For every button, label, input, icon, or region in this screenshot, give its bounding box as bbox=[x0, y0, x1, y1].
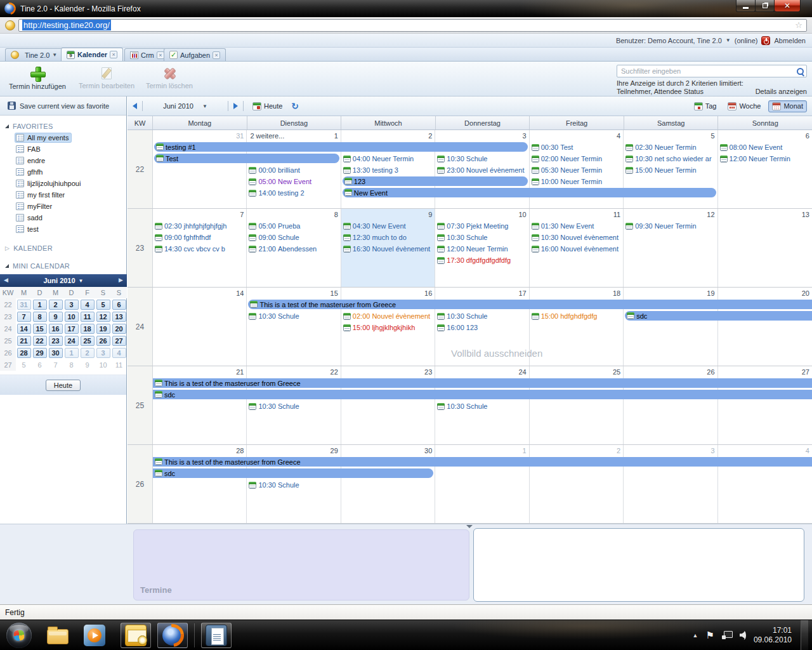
mini-day-cell[interactable]: 7 bbox=[16, 310, 32, 322]
all-day-event-bar[interactable]: This is a test of the masteruser from Gr… bbox=[248, 300, 812, 309]
tab-close-icon[interactable]: × bbox=[110, 51, 117, 58]
event[interactable]: 07:30Pjekt Meeting bbox=[437, 221, 528, 231]
tab-crm[interactable]: Crm × bbox=[124, 48, 170, 61]
mini-day-cell[interactable]: 5 bbox=[16, 359, 32, 371]
volume-control[interactable] bbox=[740, 631, 746, 640]
day-cell[interactable]: 608:00New Event12:00Neuer Termin bbox=[718, 130, 812, 208]
mini-day-cell[interactable]: 9 bbox=[79, 359, 95, 371]
favorite-item[interactable]: endre bbox=[0, 155, 126, 166]
all-day-event-bar[interactable]: Test bbox=[154, 154, 339, 163]
all-day-event-bar[interactable]: sdc bbox=[153, 390, 812, 399]
mini-day-cell[interactable]: 4 bbox=[111, 347, 127, 359]
mini-day-cell[interactable]: 7 bbox=[48, 359, 63, 371]
tab-close-icon[interactable]: × bbox=[213, 51, 220, 59]
event[interactable]: 10:00Neuer Termin bbox=[532, 176, 623, 187]
start-button[interactable] bbox=[6, 623, 32, 648]
window-titlebar[interactable]: Tine 2.0 - Kalender - Mozilla Firefox ✕ bbox=[0, 0, 812, 17]
tab-tine[interactable]: Tine 2.0 ▼ bbox=[5, 48, 63, 61]
details-link[interactable]: Details anzeigen bbox=[756, 88, 807, 96]
event[interactable]: 02:30Neuer Termin bbox=[625, 142, 717, 152]
mini-day-cell[interactable]: 2 bbox=[48, 298, 63, 310]
tab-kalender[interactable]: 9 Kalender × bbox=[61, 48, 123, 61]
media-player-taskbar-icon[interactable] bbox=[84, 625, 105, 646]
search-input[interactable] bbox=[617, 65, 807, 77]
mini-day-cell[interactable]: 28 bbox=[16, 347, 32, 359]
event[interactable]: 01:30New Event bbox=[532, 221, 623, 231]
mini-day-cell[interactable]: 16 bbox=[48, 322, 63, 335]
event[interactable]: 17:30dfgdfgdfgdfdfg bbox=[437, 255, 528, 265]
event[interactable]: 10:30Schule bbox=[249, 480, 340, 490]
event[interactable]: 02:00Nouvel évènement bbox=[343, 311, 435, 321]
detail-panel[interactable] bbox=[473, 528, 804, 602]
event[interactable]: 15:00hdfghdfgdfg bbox=[532, 311, 623, 321]
restore-button[interactable] bbox=[755, 0, 775, 12]
mini-day-cell[interactable]: 19 bbox=[95, 322, 111, 335]
network-icon[interactable] bbox=[722, 631, 732, 639]
event[interactable]: 00:30Test bbox=[532, 142, 623, 152]
mini-day-cell[interactable]: 20 bbox=[111, 322, 127, 335]
bookmark-star-icon[interactable]: ☆ bbox=[795, 20, 802, 30]
day-cell[interactable]: 1007:30Pjekt Meeting10:30Schule12:00Neue… bbox=[435, 209, 529, 287]
view-tag-button[interactable]: Tag bbox=[690, 100, 721, 112]
mini-day-cell[interactable]: 11 bbox=[79, 310, 95, 322]
event[interactable]: 15:00ljhgjklhgkjhikh bbox=[343, 322, 435, 333]
minimize-button[interactable] bbox=[736, 0, 756, 12]
mini-day-cell[interactable]: 3 bbox=[95, 347, 111, 359]
mini-day-cell[interactable]: 9 bbox=[48, 310, 63, 322]
mini-prev-icon[interactable]: ◀ bbox=[4, 277, 8, 283]
event[interactable]: 13:30testing 3 bbox=[343, 165, 435, 175]
mini-day-cell[interactable]: 29 bbox=[32, 347, 48, 359]
mini-day-cell[interactable]: 17 bbox=[63, 322, 79, 335]
event[interactable]: 14:30cvc vbcv cv b bbox=[155, 244, 246, 254]
day-cell[interactable]: 1209:30Neuer Termin bbox=[624, 209, 717, 287]
event[interactable]: 10:30Schule bbox=[437, 311, 528, 321]
explorer-taskbar-icon[interactable] bbox=[47, 629, 69, 644]
mini-day-cell[interactable]: 13 bbox=[111, 310, 127, 322]
mini-day-cell[interactable]: 1 bbox=[32, 298, 48, 310]
all-day-event-bar[interactable]: This is a test of the masteruser from Gr… bbox=[153, 378, 812, 388]
mini-day-cell[interactable]: 3 bbox=[63, 298, 79, 310]
taskbar-clock[interactable]: 17:01 09.06.2010 bbox=[754, 626, 792, 645]
all-day-event-bar[interactable]: sdc bbox=[625, 311, 812, 321]
event[interactable]: 16:00123 bbox=[437, 322, 528, 333]
mini-day-cell[interactable]: 14 bbox=[16, 322, 32, 335]
mini-month-dropdown-icon[interactable]: ▼ bbox=[79, 278, 84, 284]
all-day-event-bar[interactable]: 123 bbox=[343, 176, 528, 186]
mini-day-cell[interactable]: 10 bbox=[63, 310, 79, 322]
mini-day-cell[interactable]: 1 bbox=[63, 347, 79, 359]
event[interactable]: 10:30net scho wieder ar bbox=[625, 154, 717, 164]
tray-expand-icon[interactable]: ▲ bbox=[693, 632, 698, 639]
delete-event-button[interactable]: Termin löschen bbox=[141, 64, 198, 94]
mini-day-cell[interactable]: 2 bbox=[79, 347, 95, 359]
day-cell[interactable]: 904:30New Event12:30much to do16:30Nouve… bbox=[341, 209, 435, 287]
close-button[interactable]: ✕ bbox=[774, 0, 801, 12]
add-event-button[interactable]: Termin hinzufügen bbox=[4, 64, 71, 94]
mini-day-cell[interactable]: 26 bbox=[95, 335, 111, 347]
mini-day-cell[interactable]: 18 bbox=[79, 322, 95, 335]
all-day-event-bar[interactable]: This is a test of the masteruser from Gr… bbox=[153, 457, 812, 467]
mini-day-cell[interactable]: 27 bbox=[111, 335, 127, 347]
favorite-item[interactable]: sadd bbox=[0, 212, 126, 223]
mini-day-cell[interactable]: 25 bbox=[79, 335, 95, 347]
mini-day-cell[interactable]: 10 bbox=[95, 359, 111, 371]
mini-day-cell[interactable]: 21 bbox=[16, 335, 32, 347]
mini-day-cell[interactable]: 31 bbox=[16, 298, 32, 310]
mini-next-icon[interactable]: ▶ bbox=[119, 277, 123, 283]
event[interactable]: 10:30Schule bbox=[249, 311, 340, 321]
event[interactable]: 10:30Nouvel évènement bbox=[532, 232, 623, 242]
favorite-item[interactable]: gfhfh bbox=[0, 166, 126, 178]
event[interactable]: 09:00Schule bbox=[249, 232, 340, 242]
day-cell[interactable]: 14 bbox=[153, 288, 247, 366]
favorite-item[interactable]: All my events bbox=[0, 132, 126, 143]
day-cell[interactable]: 702:30jhhfghjfghjfgjh09:00fghfhfhdf14:30… bbox=[153, 209, 247, 287]
logout-button[interactable]: Abmelden bbox=[774, 37, 806, 44]
all-day-event-bar[interactable]: sdc bbox=[153, 468, 433, 478]
mini-day-cell[interactable]: 11 bbox=[111, 359, 127, 371]
day-cell[interactable]: 805:00Prueba09:00Schule21:00Abendessen bbox=[247, 209, 341, 287]
event[interactable]: 10:30Schule bbox=[437, 401, 528, 411]
event[interactable]: 12:00Neuer Termin bbox=[437, 244, 528, 254]
user-label[interactable]: Benutzer: Demo Account, Tine 2.0 bbox=[616, 37, 722, 44]
mini-day-cell[interactable]: 4 bbox=[79, 298, 95, 310]
show-desktop-button[interactable] bbox=[801, 620, 808, 650]
view-monat-button[interactable]: Monat bbox=[768, 100, 807, 112]
